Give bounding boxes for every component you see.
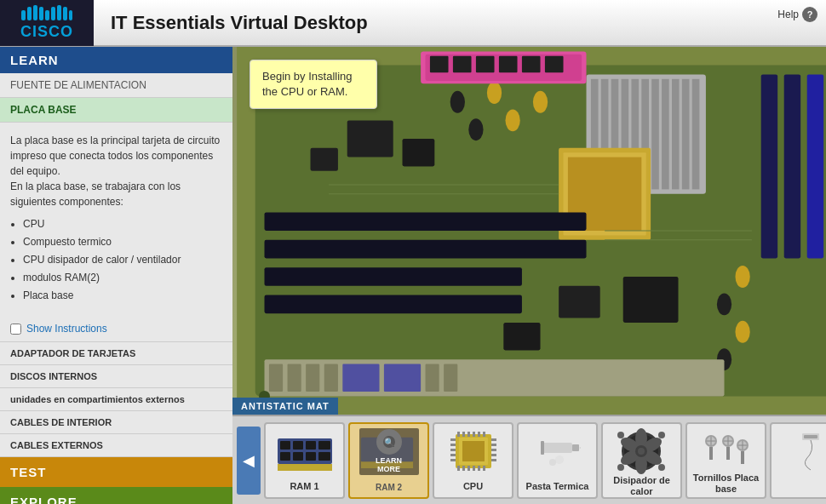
svg-text:🔍: 🔍 bbox=[384, 437, 395, 448]
list-item-ram: modulos RAM(2) bbox=[23, 270, 222, 285]
svg-rect-109 bbox=[491, 438, 496, 441]
component-disipador[interactable]: Disipador de calor bbox=[601, 422, 682, 499]
component-ram1[interactable]: RAM 1 bbox=[264, 422, 345, 499]
svg-point-37 bbox=[735, 321, 749, 343]
svg-rect-104 bbox=[450, 438, 456, 441]
svg-rect-162 bbox=[804, 435, 817, 438]
svg-rect-117 bbox=[473, 432, 475, 437]
svg-rect-67 bbox=[306, 364, 319, 392]
component-learn-more[interactable]: 🔍 LEARNMORE RAM 2 bbox=[348, 422, 429, 499]
component-cable[interactable] bbox=[770, 422, 826, 499]
svg-marker-129 bbox=[579, 447, 581, 449]
component-pasta[interactable]: Pasta Termica bbox=[517, 422, 598, 499]
svg-point-31 bbox=[533, 91, 548, 113]
svg-rect-115 bbox=[462, 432, 465, 437]
sidebar-item-placa[interactable]: PLACA BASE bbox=[0, 98, 232, 123]
svg-rect-39 bbox=[265, 212, 587, 231]
svg-rect-40 bbox=[265, 240, 587, 259]
svg-rect-119 bbox=[483, 432, 485, 437]
cisco-logo: CISCO bbox=[0, 0, 94, 46]
instructions-label: Show Instructions bbox=[26, 323, 107, 335]
svg-rect-116 bbox=[467, 432, 470, 437]
svg-rect-80 bbox=[623, 277, 679, 323]
svg-rect-70 bbox=[384, 364, 421, 392]
svg-rect-114 bbox=[457, 432, 460, 437]
svg-rect-68 bbox=[324, 364, 338, 392]
component-tornillos[interactable]: Tornillos Placa base bbox=[685, 422, 766, 499]
help-icon[interactable]: ? bbox=[802, 7, 817, 22]
explore-button[interactable]: EXPLORE bbox=[0, 487, 232, 504]
svg-rect-118 bbox=[478, 432, 480, 437]
svg-rect-46 bbox=[453, 56, 472, 72]
component-cpu[interactable]: CPU bbox=[433, 422, 513, 499]
svg-rect-65 bbox=[269, 364, 283, 392]
sidebar-cables-interior[interactable]: CABLES DE INTERIOR bbox=[0, 411, 232, 434]
svg-rect-150 bbox=[709, 447, 713, 460]
cable-image bbox=[781, 428, 827, 475]
help-button[interactable]: Help ? bbox=[777, 7, 817, 22]
instructions-checkbox[interactable] bbox=[10, 324, 21, 335]
svg-rect-48 bbox=[499, 56, 518, 72]
component-list: CPU Compuesto termico CPU disipador de c… bbox=[10, 216, 222, 303]
sidebar-adaptador[interactable]: ADAPTADOR DE TARJETAS bbox=[0, 342, 232, 365]
sidebar-unidades[interactable]: unidades en compartimientos externos bbox=[0, 388, 232, 411]
svg-rect-77 bbox=[347, 120, 393, 157]
svg-rect-92 bbox=[280, 452, 290, 461]
sidebar-discos[interactable]: DISCOS INTERNOS bbox=[0, 365, 232, 388]
sidebar: LEARN FUENTE DE ALIMENTACION PLACA BASE … bbox=[0, 47, 232, 504]
sidebar-item-fuente[interactable]: FUENTE DE ALIMENTACION bbox=[0, 73, 232, 98]
svg-rect-121 bbox=[462, 466, 465, 471]
motherboard-area: Begin by Installing the CPU or RAM. bbox=[232, 47, 826, 415]
svg-rect-107 bbox=[450, 454, 456, 456]
svg-point-145 bbox=[658, 464, 665, 471]
svg-rect-81 bbox=[559, 286, 600, 318]
svg-point-131 bbox=[549, 459, 556, 466]
svg-rect-7 bbox=[63, 7, 67, 20]
svg-rect-22 bbox=[692, 79, 700, 190]
svg-rect-19 bbox=[662, 79, 669, 190]
svg-rect-123 bbox=[473, 466, 475, 471]
svg-rect-41 bbox=[265, 267, 522, 286]
test-button[interactable]: TEST bbox=[0, 457, 232, 487]
svg-rect-126 bbox=[542, 443, 572, 453]
svg-point-142 bbox=[617, 432, 624, 438]
cpu-image bbox=[444, 428, 503, 475]
svg-rect-49 bbox=[522, 56, 541, 72]
disipador-label: Disipador de calor bbox=[605, 475, 678, 497]
help-label: Help bbox=[777, 9, 799, 20]
svg-rect-89 bbox=[293, 441, 303, 450]
svg-rect-127 bbox=[572, 444, 579, 451]
svg-rect-160 bbox=[741, 451, 744, 464]
learn-more-label: RAM 2 bbox=[376, 483, 402, 493]
svg-rect-122 bbox=[467, 466, 470, 471]
svg-rect-20 bbox=[672, 79, 680, 190]
svg-rect-94 bbox=[306, 452, 316, 461]
sidebar-content: La placa base es la principal tarjeta de… bbox=[0, 123, 232, 316]
sidebar-cables-externos[interactable]: CABLES EXTERNOS bbox=[0, 434, 232, 457]
learn-more-image: 🔍 LEARNMORE bbox=[359, 428, 419, 475]
disipador-image bbox=[612, 428, 672, 475]
sidebar-learn-header: LEARN bbox=[0, 47, 232, 73]
bottom-toolbar: ◀ bbox=[232, 415, 826, 504]
svg-rect-45 bbox=[430, 56, 449, 72]
show-instructions-toggle[interactable]: Show Instructions bbox=[0, 316, 232, 342]
cpu-label: CPU bbox=[463, 481, 483, 492]
sidebar-bottom: TEST EXPLORE bbox=[0, 457, 232, 504]
prev-arrow-button[interactable]: ◀ bbox=[237, 427, 261, 495]
svg-rect-3 bbox=[39, 7, 43, 20]
svg-rect-18 bbox=[651, 79, 659, 190]
svg-rect-103 bbox=[462, 441, 485, 461]
svg-rect-128 bbox=[541, 441, 544, 455]
learn-more-circle-icon: 🔍 bbox=[376, 429, 402, 455]
list-item-compuesto: Compuesto termico bbox=[23, 234, 222, 249]
svg-rect-125 bbox=[483, 466, 485, 471]
cisco-bars-icon bbox=[21, 5, 72, 20]
svg-rect-47 bbox=[476, 56, 495, 72]
svg-point-32 bbox=[468, 118, 483, 140]
svg-point-141 bbox=[638, 448, 645, 455]
svg-rect-95 bbox=[318, 452, 330, 461]
list-item-cpu: CPU bbox=[23, 216, 222, 232]
svg-point-33 bbox=[450, 91, 465, 113]
svg-rect-112 bbox=[491, 454, 496, 456]
svg-rect-155 bbox=[726, 447, 730, 460]
